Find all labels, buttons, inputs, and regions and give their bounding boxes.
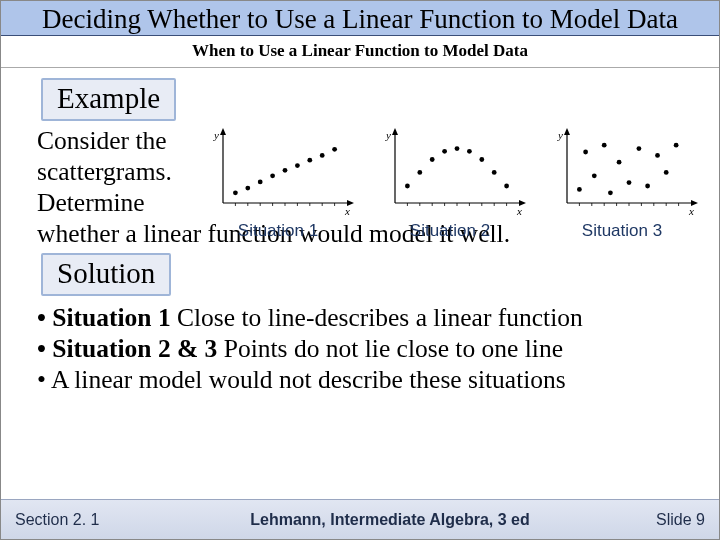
bullet-2-bold: • Situation 2 & 3 [37, 334, 217, 363]
svg-point-65 [592, 173, 597, 178]
scatter-label-2: Situation 2 [373, 221, 527, 241]
scatter-label-1: Situation 1 [201, 221, 355, 241]
scatter-cell-1: yx Situation 1 [201, 127, 355, 241]
bullet-2: • Situation 2 & 3 Points do not lie clos… [37, 333, 697, 364]
bullet-1-bold: • Situation 1 [37, 303, 171, 332]
svg-text:x: x [688, 205, 694, 217]
slide-title: Deciding Whether to Use a Linear Functio… [11, 5, 709, 33]
svg-text:x: x [516, 205, 522, 217]
svg-point-44 [467, 149, 472, 154]
svg-point-63 [577, 187, 582, 192]
svg-point-15 [233, 190, 238, 195]
svg-point-67 [608, 190, 613, 195]
svg-point-39 [405, 184, 410, 189]
bullet-1-rest: Close to line-describes a linear functio… [171, 303, 583, 332]
footer-slide-number: Slide 9 [599, 511, 719, 529]
svg-point-68 [617, 160, 622, 165]
intro-line-3: Determine [37, 187, 217, 218]
svg-point-22 [320, 153, 325, 158]
svg-point-18 [270, 173, 275, 178]
svg-point-46 [492, 170, 497, 175]
svg-point-16 [245, 186, 250, 191]
footer-citation: Lehmann, Intermediate Algebra, 3 ed [181, 511, 599, 529]
svg-point-21 [307, 158, 312, 163]
scatter-plot-2: yx [373, 127, 527, 219]
svg-point-42 [442, 149, 447, 154]
svg-point-66 [602, 143, 607, 148]
slide: Deciding Whether to Use a Linear Functio… [0, 0, 720, 540]
footer: Section 2. 1 Lehmann, Intermediate Algeb… [1, 499, 719, 539]
svg-point-45 [479, 157, 484, 162]
svg-point-70 [637, 146, 642, 151]
svg-point-47 [504, 184, 509, 189]
svg-point-40 [417, 170, 422, 175]
scatter-cell-3: yx Situation 3 [545, 127, 699, 241]
bullet-2-rest: Points do not lie close to one line [217, 334, 563, 363]
svg-point-73 [664, 170, 669, 175]
bullet-1: • Situation 1 Close to line-describes a … [37, 302, 697, 333]
svg-point-20 [295, 163, 300, 168]
svg-point-17 [258, 180, 263, 185]
slide-subtitle: When to Use a Linear Function to Model D… [1, 36, 719, 68]
scatter-plot-1: yx [201, 127, 355, 219]
svg-point-64 [583, 150, 588, 155]
scatter-cell-2: yx Situation 2 [373, 127, 527, 241]
scatter-plot-3: yx [545, 127, 699, 219]
scatter-row: yx Situation 1 yx Situation 2 yx Situati… [201, 127, 699, 241]
svg-point-19 [283, 168, 288, 173]
svg-point-43 [455, 146, 460, 151]
svg-point-71 [645, 184, 650, 189]
svg-marker-1 [220, 128, 226, 135]
bullet-3: • A linear model would not describe thes… [37, 364, 697, 395]
svg-text:x: x [344, 205, 350, 217]
svg-text:y: y [557, 129, 563, 141]
solution-heading: Solution [41, 253, 171, 295]
svg-point-23 [332, 147, 337, 152]
svg-point-41 [430, 157, 435, 162]
svg-marker-25 [392, 128, 398, 135]
svg-point-74 [674, 143, 679, 148]
svg-text:y: y [213, 129, 219, 141]
scatter-label-3: Situation 3 [545, 221, 699, 241]
example-heading: Example [41, 78, 176, 120]
svg-point-69 [627, 180, 632, 185]
svg-point-72 [655, 153, 660, 158]
intro-line-1: Consider the [37, 125, 217, 156]
footer-section: Section 2. 1 [1, 511, 181, 529]
svg-marker-49 [564, 128, 570, 135]
bullet-list: • Situation 1 Close to line-describes a … [37, 302, 697, 395]
intro-line-2: scattergrams. [37, 156, 217, 187]
title-bar: Deciding Whether to Use a Linear Functio… [1, 1, 719, 36]
svg-text:y: y [385, 129, 391, 141]
